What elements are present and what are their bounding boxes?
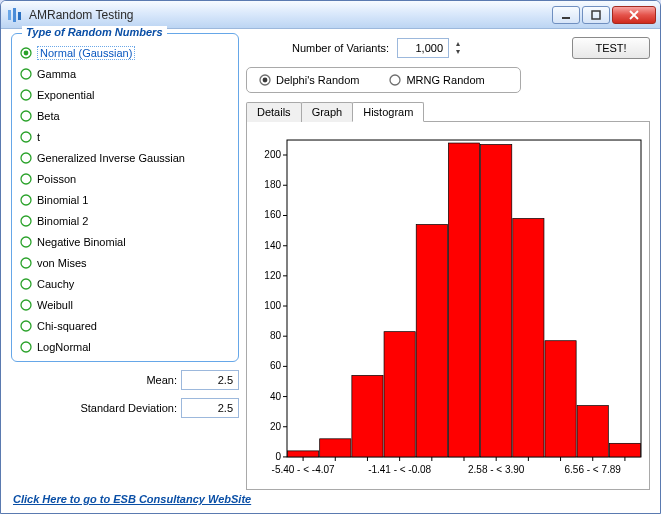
svg-text:140: 140 — [264, 240, 281, 251]
mean-input[interactable] — [181, 370, 239, 390]
svg-text:0: 0 — [275, 451, 281, 462]
test-button[interactable]: TEST! — [572, 37, 650, 59]
svg-rect-0 — [8, 10, 11, 20]
variants-spinner[interactable] — [397, 38, 449, 58]
mean-label: Mean: — [146, 374, 177, 386]
svg-point-36 — [263, 78, 268, 83]
svg-point-17 — [21, 174, 31, 184]
distribution-label: Chi-squared — [37, 320, 97, 332]
tab[interactable]: Histogram — [352, 102, 424, 122]
content-area: Type of Random Numbers Normal (Gaussian)… — [1, 29, 660, 513]
svg-point-9 — [21, 90, 31, 100]
footer-link[interactable]: Click Here to go to ESB Consultancy WebS… — [13, 493, 251, 505]
svg-rect-1 — [13, 8, 16, 22]
maximize-button[interactable] — [582, 6, 610, 24]
distribution-option[interactable]: Weibull — [20, 296, 230, 313]
svg-rect-63 — [320, 439, 351, 457]
distribution-option[interactable]: Normal (Gaussian) — [20, 44, 230, 61]
svg-rect-3 — [562, 17, 570, 19]
minimize-button[interactable] — [552, 6, 580, 24]
chart-area: 020406080100120140160180200-5.40 - < -4.… — [246, 122, 650, 490]
svg-text:6.56 - < 7.89: 6.56 - < 7.89 — [565, 464, 622, 475]
distribution-label: Exponential — [37, 89, 95, 101]
mean-row: Mean: — [11, 370, 239, 390]
svg-point-19 — [21, 195, 31, 205]
svg-rect-67 — [448, 143, 479, 457]
svg-text:60: 60 — [270, 360, 282, 371]
svg-rect-69 — [513, 218, 544, 456]
svg-point-7 — [21, 69, 31, 79]
svg-text:100: 100 — [264, 300, 281, 311]
distribution-option[interactable]: von Mises — [20, 254, 230, 271]
svg-text:-5.40 - < -4.07: -5.40 - < -4.07 — [272, 464, 335, 475]
svg-point-23 — [21, 237, 31, 247]
window-title: AMRandom Testing — [29, 8, 552, 22]
rng-option[interactable]: Delphi's Random — [259, 74, 359, 86]
distribution-label: Binomial 1 — [37, 194, 88, 206]
svg-point-25 — [21, 258, 31, 268]
tab[interactable]: Graph — [301, 102, 354, 122]
spinner-arrows: ▴ ▾ — [453, 40, 463, 56]
svg-rect-72 — [609, 443, 640, 457]
distribution-label: Poisson — [37, 173, 76, 185]
svg-rect-64 — [352, 375, 383, 456]
sd-row: Standard Deviation: — [11, 398, 239, 418]
variants-input[interactable] — [398, 39, 448, 57]
distribution-option[interactable]: Poisson — [20, 170, 230, 187]
distribution-option[interactable]: Generalized Inverse Gaussian — [20, 149, 230, 166]
svg-point-29 — [21, 300, 31, 310]
svg-point-11 — [21, 111, 31, 121]
svg-rect-70 — [545, 341, 576, 457]
svg-rect-66 — [416, 225, 447, 457]
distribution-option[interactable]: Binomial 2 — [20, 212, 230, 229]
titlebar[interactable]: AMRandom Testing — [1, 1, 660, 29]
sd-label: Standard Deviation: — [80, 402, 177, 414]
rng-groupbox: Delphi's RandomMRNG Random — [246, 67, 521, 93]
rng-label: MRNG Random — [406, 74, 484, 86]
distribution-label: LogNormal — [37, 341, 91, 353]
variants-label: Number of Variants: — [292, 42, 389, 54]
distribution-option[interactable]: Binomial 1 — [20, 191, 230, 208]
svg-text:180: 180 — [264, 179, 281, 190]
svg-rect-62 — [288, 451, 319, 457]
distribution-option[interactable]: LogNormal — [20, 338, 230, 355]
tab[interactable]: Details — [246, 102, 302, 122]
svg-text:160: 160 — [264, 209, 281, 220]
distribution-label: Gamma — [37, 68, 76, 80]
rng-option[interactable]: MRNG Random — [389, 74, 484, 86]
distribution-groupbox: Type of Random Numbers Normal (Gaussian)… — [11, 33, 239, 362]
left-panel: Type of Random Numbers Normal (Gaussian)… — [11, 33, 239, 418]
svg-point-37 — [390, 75, 400, 85]
svg-text:40: 40 — [270, 391, 282, 402]
distribution-label: Normal (Gaussian) — [37, 46, 135, 60]
distribution-option[interactable]: Gamma — [20, 65, 230, 82]
distribution-option[interactable]: Beta — [20, 107, 230, 124]
svg-point-15 — [21, 153, 31, 163]
distribution-option[interactable]: Negative Binomial — [20, 233, 230, 250]
spinner-down[interactable]: ▾ — [453, 48, 463, 56]
app-icon — [7, 7, 23, 23]
svg-text:80: 80 — [270, 330, 282, 341]
distribution-label: Generalized Inverse Gaussian — [37, 152, 185, 164]
distribution-list: Normal (Gaussian)GammaExponentialBetatGe… — [20, 44, 230, 355]
distribution-label: Weibull — [37, 299, 73, 311]
distribution-option[interactable]: Chi-squared — [20, 317, 230, 334]
svg-text:-1.41 - < -0.08: -1.41 - < -0.08 — [368, 464, 431, 475]
svg-rect-68 — [481, 145, 512, 457]
svg-text:20: 20 — [270, 421, 282, 432]
distribution-label: t — [37, 131, 40, 143]
svg-point-27 — [21, 279, 31, 289]
svg-rect-2 — [18, 12, 21, 20]
close-button[interactable] — [612, 6, 656, 24]
svg-text:2.58 - < 3.90: 2.58 - < 3.90 — [468, 464, 525, 475]
sd-input[interactable] — [181, 398, 239, 418]
svg-rect-4 — [592, 11, 600, 19]
svg-rect-65 — [384, 332, 415, 457]
tabs: DetailsGraphHistogram — [246, 101, 650, 122]
groupbox-title: Type of Random Numbers — [22, 26, 167, 38]
distribution-option[interactable]: t — [20, 128, 230, 145]
right-panel: Number of Variants: ▴ ▾ TEST! Delphi's R… — [246, 37, 650, 490]
distribution-label: Beta — [37, 110, 60, 122]
distribution-option[interactable]: Exponential — [20, 86, 230, 103]
distribution-option[interactable]: Cauchy — [20, 275, 230, 292]
